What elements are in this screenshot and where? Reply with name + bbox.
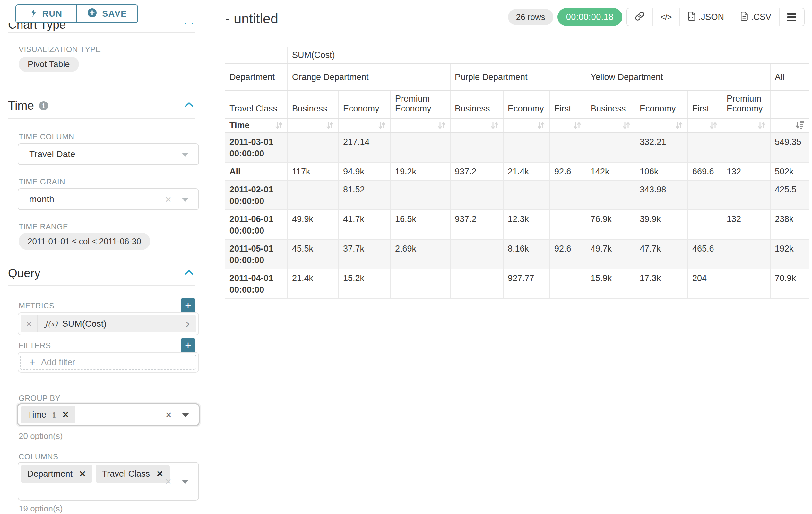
column-header: Premium Economy: [722, 90, 770, 118]
clear-x-icon[interactable]: ×: [165, 194, 171, 205]
value-cell: [288, 180, 339, 210]
caret-down-icon: [182, 197, 189, 202]
remove-pill-icon[interactable]: ✕: [156, 470, 163, 478]
value-cell: 8.16k: [503, 239, 550, 269]
columns-options-hint: 19 option(s): [19, 504, 63, 514]
value-cell: 37.7k: [339, 239, 390, 269]
column-header: Economy: [635, 90, 688, 118]
group-by-select[interactable]: Timei✕ ×: [17, 404, 200, 426]
run-button[interactable]: RUN: [16, 4, 77, 23]
column-dimension-label: Department: [225, 63, 288, 90]
clear-x-icon[interactable]: ×: [165, 476, 171, 487]
value-cell: [550, 132, 586, 162]
metric-content: ƒ(x) SUM(Cost): [38, 315, 179, 332]
divider: [8, 285, 195, 286]
value-cell: 21.4k: [503, 162, 550, 180]
time-column-select[interactable]: Travel Date: [18, 143, 199, 165]
column-header: First: [550, 90, 586, 118]
remove-metric-icon[interactable]: ×: [21, 315, 38, 332]
function-icon: ƒ(x): [45, 320, 57, 328]
value-cell: 49.9k: [288, 210, 339, 239]
save-button[interactable]: SAVE: [77, 4, 138, 23]
time-range-value[interactable]: 2011-01-01 ≤ col < 2011-06-30: [19, 233, 150, 250]
value-cell: 15.9k: [586, 269, 635, 298]
sort-arrows-icon[interactable]: [757, 120, 766, 130]
query-section-heading: Query: [8, 267, 40, 280]
value-cell: [586, 180, 635, 210]
time-range-label: TIME RANGE: [19, 222, 68, 231]
add-filter-placeholder: Add filter: [41, 357, 76, 368]
table-row: All117k94.9k19.2k937.221.4k92.6142k106k6…: [225, 162, 809, 180]
group-by-label: GROUP BY: [19, 394, 60, 403]
visualization-type-value[interactable]: Pivot Table: [19, 57, 79, 72]
value-cell: 81.52: [339, 180, 390, 210]
add-filter-button[interactable]: + Add filter: [20, 355, 196, 370]
chart-area: - untitled 26 rows 00:00:00.18 </> .JSON: [205, 0, 812, 514]
info-icon: i: [53, 410, 56, 420]
control-panel: RUN SAVE Chart Type VISUALIZATION TYPE P…: [0, 0, 205, 514]
sort-arrows-icon[interactable]: [573, 120, 582, 130]
chevron-right-icon[interactable]: ›: [179, 315, 196, 332]
table-row: 2011-05-01 00:00:0045.5k37.7k2.69k8.16k9…: [225, 239, 809, 269]
row-label-cell: All: [225, 162, 288, 180]
table-row: 2011-04-01 00:00:0021.4k15.2k927.7715.9k…: [225, 269, 809, 298]
value-cell: 47.7k: [635, 239, 688, 269]
plus-icon: +: [185, 300, 191, 310]
metric-header-cell: SUM(Cost): [288, 47, 809, 63]
column-header: Premium Economy: [390, 90, 450, 118]
value-cell: 76.9k: [586, 210, 635, 239]
export-csv-button[interactable]: .CSV: [732, 8, 779, 26]
value-cell: 106k: [635, 162, 688, 180]
value-cell: 2.69k: [390, 239, 450, 269]
value-cell: 132: [722, 210, 770, 239]
divider: [8, 118, 195, 119]
sort-arrows-icon[interactable]: [709, 120, 718, 130]
value-cell: [390, 269, 450, 298]
sort-arrows-icon[interactable]: [326, 120, 334, 130]
embed-code-button[interactable]: </>: [652, 8, 679, 26]
sort-arrows-icon[interactable]: [490, 120, 499, 130]
time-grain-label: TIME GRAIN: [19, 177, 65, 186]
corner-cell: [225, 47, 288, 63]
columns-select[interactable]: Department✕Travel Class✕ ×: [18, 462, 199, 501]
export-json-button[interactable]: .JSON: [679, 8, 732, 26]
plus-circle-icon: [87, 8, 97, 20]
add-metric-button[interactable]: +: [181, 298, 196, 313]
sort-arrows-icon[interactable]: [675, 120, 683, 130]
sort-arrows-icon[interactable]: [437, 120, 446, 130]
group-by-pills: Timei✕: [21, 406, 76, 424]
pill-label: Department: [27, 469, 72, 479]
value-cell: [688, 132, 722, 162]
sort-arrows-icon[interactable]: [275, 120, 283, 130]
value-cell: 49.7k: [586, 239, 635, 269]
time-grain-select[interactable]: month ×: [18, 188, 199, 210]
export-csv-label: .CSV: [751, 12, 771, 22]
sort-desc-icon[interactable]: [795, 120, 805, 130]
chevron-up-icon[interactable]: [184, 269, 194, 277]
selected-option-pill: Travel Class✕: [96, 465, 170, 483]
sort-arrows-icon[interactable]: [622, 120, 631, 130]
chart-title[interactable]: - untitled: [225, 11, 278, 27]
code-icon: </>: [661, 12, 672, 22]
remove-pill-icon[interactable]: ✕: [62, 410, 69, 419]
plus-icon: +: [185, 340, 191, 350]
add-filter-plus-button[interactable]: +: [181, 338, 196, 353]
metric-pill[interactable]: × ƒ(x) SUM(Cost) ›: [21, 315, 196, 332]
sort-arrows-icon[interactable]: [378, 120, 386, 130]
value-cell: 21.4k: [288, 269, 339, 298]
row-label-cell: 2011-03-01 00:00:00: [225, 132, 288, 162]
row-label-cell: 2011-04-01 00:00:00: [225, 269, 288, 298]
chevron-up-icon[interactable]: [184, 102, 194, 109]
clear-x-icon[interactable]: ×: [165, 409, 172, 420]
metrics-label: METRICS: [19, 301, 55, 310]
value-cell: 45.5k: [288, 239, 339, 269]
action-buttons: RUN SAVE: [16, 4, 138, 23]
share-link-button[interactable]: [627, 8, 652, 26]
remove-pill-icon[interactable]: ✕: [79, 470, 86, 478]
more-menu-button[interactable]: [779, 8, 804, 26]
value-cell: [450, 269, 503, 298]
sort-arrows-icon[interactable]: [537, 120, 545, 130]
column-dimension-label: Travel Class: [225, 90, 288, 118]
pill-label: Travel Class: [102, 469, 150, 479]
column-group-header: All: [770, 63, 809, 90]
